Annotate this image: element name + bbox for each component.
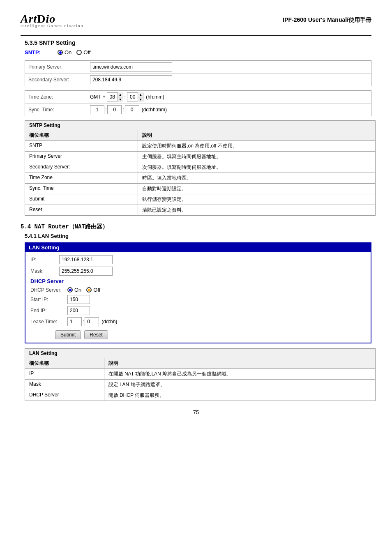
- start-ip-row: Start IP:: [30, 295, 366, 304]
- sntp-desc-table: SNTP Setting 欄位名稱 說明 SNTP 設定使用時間伺服器,on 為…: [25, 120, 376, 216]
- desc-timezone: 時區。填入當地時區。: [138, 173, 376, 184]
- page-number: 75: [21, 409, 371, 415]
- field-secondary: Secondary Server:: [25, 162, 138, 173]
- field-ip: IP: [25, 369, 104, 380]
- tz-minutes-arrows[interactable]: ▲ ▼: [138, 92, 143, 101]
- end-ip-input[interactable]: [67, 306, 90, 315]
- desc-submit: 執行儲存變更設定。: [138, 194, 376, 205]
- lan-col-field: 欄位名稱: [25, 358, 104, 369]
- plus-sign: +: [103, 94, 106, 100]
- submit-button[interactable]: Submit: [55, 330, 81, 339]
- ip-label: IP:: [30, 257, 59, 263]
- sntp-setting-header: SNTP Setting: [25, 121, 376, 130]
- sntp-on-option[interactable]: On: [58, 49, 71, 55]
- sntp-off-option[interactable]: Off: [76, 49, 90, 55]
- table-row: 欄位名稱 說明: [25, 358, 376, 369]
- dhcp-on-option[interactable]: On: [67, 287, 81, 293]
- ddhh-label: (dd:hh): [101, 319, 117, 325]
- lan-setting-header: LAN Setting: [25, 349, 376, 358]
- tz-min-down[interactable]: ▼: [138, 97, 143, 102]
- sync-mm-input[interactable]: [125, 105, 139, 114]
- timezone-label: Time Zone:: [28, 94, 90, 100]
- lan-section-title: 5.4.1 LAN Setting: [25, 233, 371, 239]
- gmt-text: GMT: [90, 94, 101, 100]
- sntp-radio-group: On Off: [58, 49, 90, 55]
- lease-hh-input[interactable]: [85, 317, 99, 326]
- sntp-field-label: SNTP:: [25, 49, 58, 55]
- table-row: 欄位名稱 說明: [25, 130, 376, 141]
- logo-subtitle: Intelligent Communication: [21, 24, 84, 28]
- primary-server-label: Primary Server:: [28, 64, 90, 70]
- tz-hours-down[interactable]: ▼: [118, 97, 123, 102]
- table-row: Submit 執行儲存變更設定。: [25, 194, 376, 205]
- table-row: Time Zone 時區。填入當地時區。: [25, 173, 376, 184]
- ip-input[interactable]: [59, 255, 113, 264]
- mask-input[interactable]: [59, 267, 113, 276]
- lan-setting-panel: LAN Setting IP: Mask: DHCP Server DHCP S…: [25, 242, 371, 343]
- field-primary: Primary Server: [25, 152, 138, 162]
- tz-min-up[interactable]: ▲: [138, 92, 143, 97]
- tz-hours-spinner[interactable]: 08 ▲ ▼: [107, 92, 123, 101]
- table-row: DHCP Server 開啟 DHCP 伺服器服務。: [25, 390, 376, 401]
- dhcp-on-radio[interactable]: [67, 287, 73, 292]
- field-submit: Submit: [25, 194, 138, 205]
- dhcp-server-title: DHCP Server: [30, 278, 366, 284]
- dhcp-off-option[interactable]: Off: [86, 287, 100, 293]
- mask-label: Mask:: [30, 268, 59, 274]
- desc-reset: 清除已設定之資料。: [138, 205, 376, 216]
- logo-area: ArtDio Intelligent Communication: [21, 12, 84, 28]
- sntp-off-radio[interactable]: [76, 50, 82, 55]
- sync-time-label: Sync. Time:: [28, 107, 90, 113]
- desc-secondary: 次伺服器。填寫副時間伺服器地址。: [138, 162, 376, 173]
- secondary-server-row: Secondary Server:: [25, 74, 371, 86]
- lease-dd-input[interactable]: [67, 317, 82, 326]
- tz-hours-up[interactable]: ▲: [118, 92, 123, 97]
- desc-mask: 設定 LAN 端子網路遮罩。: [104, 380, 375, 390]
- table-row: LAN Setting: [25, 349, 376, 358]
- field-timezone: Time Zone: [25, 173, 138, 184]
- ddhhmmm-label: (dd:hh:mm): [142, 107, 167, 113]
- sync-hh-input[interactable]: [107, 105, 122, 114]
- dhcp-server-label: DHCP Server:: [30, 287, 67, 293]
- table-row: Mask 設定 LAN 端子網路遮罩。: [25, 380, 376, 390]
- field-synctime: Sync. Time: [25, 184, 138, 194]
- page-header: ArtDio Intelligent Communication IPF-260…: [21, 12, 371, 28]
- lease-time-row: Lease Time: : (dd:hh): [30, 317, 366, 326]
- sntp-on-radio[interactable]: [58, 50, 63, 55]
- lan-col-desc: 說明: [104, 358, 375, 369]
- colon1: :: [125, 94, 126, 100]
- primary-server-input[interactable]: [90, 62, 172, 71]
- sntp-section-title: 5.3.5 SNTP Setting: [25, 39, 371, 46]
- timezone-row: Time Zone: GMT + 08 ▲ ▼ : 00 ▲ ▼ (hh:mm): [25, 91, 371, 104]
- primary-server-row: Primary Server:: [25, 61, 371, 74]
- secondary-server-input[interactable]: [90, 75, 172, 84]
- tz-hours-arrows[interactable]: ▲ ▼: [118, 92, 123, 101]
- table-row: Sync. Time 自動對時週期設定。: [25, 184, 376, 194]
- start-ip-input[interactable]: [67, 295, 90, 304]
- desc-synctime: 自動對時週期設定。: [138, 184, 376, 194]
- sntp-server-panel: Primary Server: Secondary Server:: [25, 60, 371, 86]
- field-dhcp: DHCP Server: [25, 390, 104, 401]
- sntp-off-label: Off: [83, 49, 90, 55]
- dhcp-on-label: On: [74, 287, 81, 293]
- ip-row: IP:: [30, 255, 366, 264]
- dhcp-server-row: DHCP Server: On Off: [30, 287, 366, 293]
- col-desc: 說明: [138, 130, 376, 141]
- field-sntp: SNTP: [25, 141, 138, 152]
- header-divider: [21, 35, 371, 36]
- desc-dhcp: 開啟 DHCP 伺服器服務。: [104, 390, 375, 401]
- sntp-toggle-row: SNTP: On Off: [25, 49, 371, 55]
- lease-time-label: Lease Time:: [30, 319, 67, 325]
- table-row: Reset 清除已設定之資料。: [25, 205, 376, 216]
- sync-dd-input[interactable]: [90, 105, 104, 114]
- lan-title-bar: LAN Setting: [25, 243, 371, 252]
- dhcp-off-radio[interactable]: [86, 287, 92, 292]
- sep1: :: [105, 107, 106, 113]
- timezone-panel: Time Zone: GMT + 08 ▲ ▼ : 00 ▲ ▼ (hh:mm)…: [25, 90, 371, 116]
- col-field: 欄位名稱: [25, 130, 138, 141]
- end-ip-label: End IP:: [30, 308, 67, 313]
- start-ip-label: Start IP:: [30, 297, 67, 302]
- tz-minutes-spinner[interactable]: 00 ▲ ▼: [127, 92, 143, 101]
- reset-button[interactable]: Reset: [84, 330, 108, 339]
- sync-time-row: Sync. Time: : : (dd:hh:mm): [25, 104, 371, 116]
